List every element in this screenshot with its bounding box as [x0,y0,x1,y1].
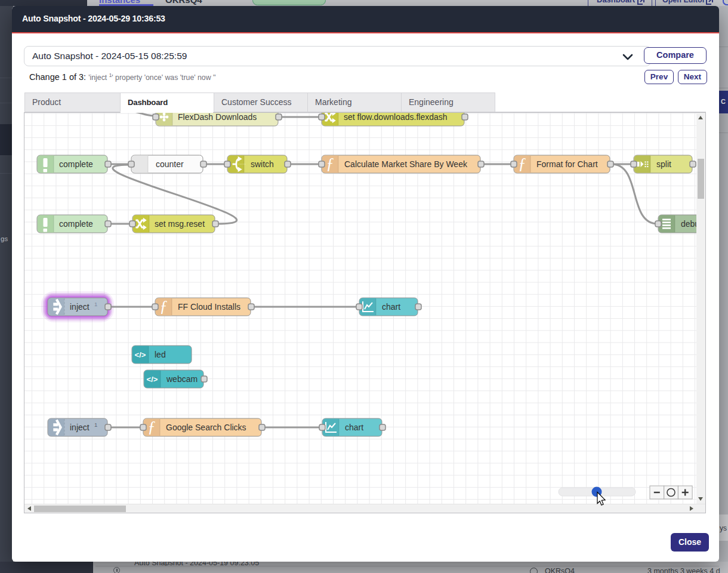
svg-text:split: split [656,159,671,169]
svg-text:complete: complete [59,219,93,229]
svg-text:debug: debug [681,219,696,229]
svg-text:inject: inject [70,423,90,432]
svg-text:chart: chart [345,423,363,432]
svg-text:ƒ: ƒ [326,155,334,172]
svg-text:switch: switch [251,159,274,169]
svg-text:ƒ: ƒ [147,418,156,436]
svg-text:chart: chart [382,302,400,312]
svg-text:Format for Chart: Format for Chart [536,159,598,169]
svg-text:</>: </> [135,350,146,359]
svg-text:ƒ: ƒ [518,155,526,172]
svg-text:1: 1 [94,301,97,307]
svg-text:webcam: webcam [166,374,198,384]
svg-text:inject: inject [70,302,90,312]
svg-text:set msg.reset: set msg.reset [155,219,205,229]
svg-text:FF Cloud Installs: FF Cloud Installs [178,302,240,312]
svg-text:led: led [155,350,166,359]
svg-text:complete: complete [59,159,93,169]
svg-text:ƒ: ƒ [159,297,168,315]
svg-text:set flow.downloads.flexdash: set flow.downloads.flexdash [344,113,448,122]
svg-text:counter: counter [156,159,184,169]
svg-text:Google Search Clicks: Google Search Clicks [166,423,246,432]
svg-text:</>: </> [147,375,158,384]
svg-text:Calculate Market Share By Week: Calculate Market Share By Week [344,159,468,169]
svg-text:1: 1 [94,421,97,428]
svg-text:FlexDash Downloads: FlexDash Downloads [178,113,257,122]
